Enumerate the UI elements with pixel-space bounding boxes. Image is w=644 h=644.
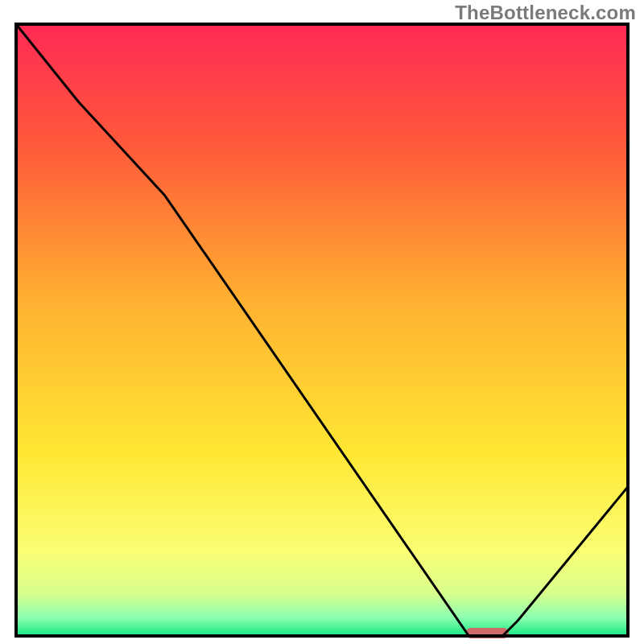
chart-stage: TheBottleneck.com: [0, 0, 644, 644]
heat-gradient-background: [16, 24, 628, 636]
bottleneck-chart: [0, 0, 644, 644]
